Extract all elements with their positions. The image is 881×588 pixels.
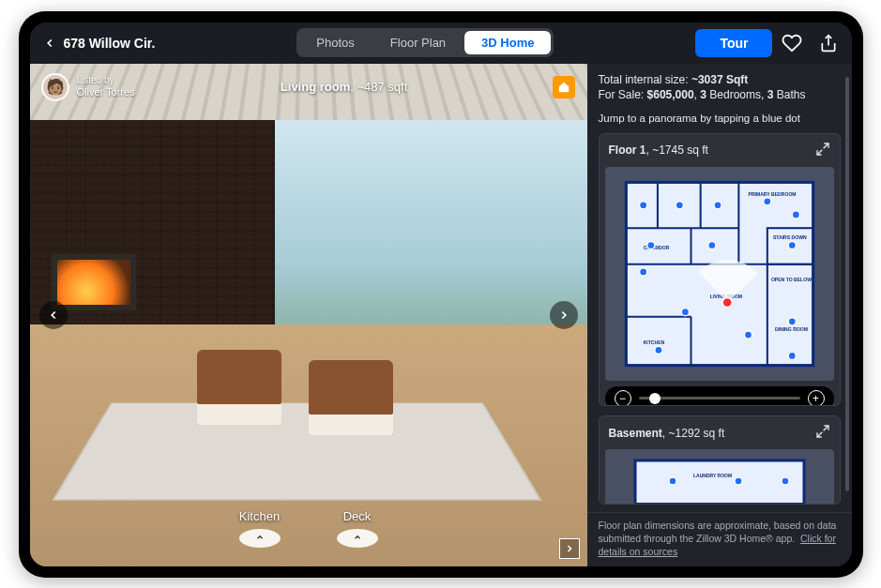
listed-by-label: Listed by [77, 75, 135, 86]
agent-name: Oliver Torres [77, 86, 135, 98]
chair-decor [197, 350, 281, 425]
address-label: 678 Willow Cir. [64, 36, 156, 51]
expand-icon [815, 424, 830, 439]
hotspot-kitchen[interactable]: Kitchen [239, 509, 281, 548]
tab-photos[interactable]: Photos [299, 31, 371, 54]
pano-next-button[interactable] [550, 301, 578, 329]
svg-point-27 [788, 241, 796, 249]
floor-plan-1[interactable]: PRIMARY BEDROOM LIVING ROOM KITCHEN DINI… [605, 167, 834, 381]
svg-point-24 [646, 241, 654, 249]
scrollbar[interactable] [845, 77, 849, 491]
top-bar: 678 Willow Cir. Photos Floor Plan 3D Hom… [30, 23, 852, 64]
expand-floor-button[interactable] [815, 142, 830, 159]
svg-point-43 [782, 477, 789, 485]
chevron-left-icon [43, 37, 56, 50]
expand-floor-button[interactable] [815, 424, 830, 442]
svg-text:OPEN TO BELOW: OPEN TO BELOW [770, 277, 811, 282]
heart-icon[interactable] [782, 33, 802, 53]
svg-point-41 [669, 477, 676, 485]
rug-decor [52, 403, 542, 501]
floor-card-1: Floor 1, ~1745 sq ft [599, 133, 841, 407]
svg-point-31 [654, 346, 661, 354]
svg-point-26 [639, 267, 646, 275]
chevron-right-boxed-icon [564, 543, 575, 554]
zoom-slider[interactable] [639, 397, 800, 400]
svg-text:PRIMARY BEDROOM: PRIMARY BEDROOM [748, 190, 796, 196]
share-icon[interactable] [819, 34, 838, 53]
pano-prev-button[interactable] [39, 301, 68, 329]
svg-point-19 [639, 201, 646, 208]
tour-button[interactable]: Tour [695, 29, 772, 57]
listing-summary: Total internal size: ~3037 Sqft For Sale… [599, 73, 841, 103]
chair-decor [309, 360, 393, 435]
floor-card-basement: Basement, ~1292 sq ft LAUNDR [599, 415, 841, 505]
back-button[interactable]: 678 Willow Cir. [43, 36, 156, 51]
svg-point-28 [722, 297, 732, 307]
svg-point-33 [788, 352, 796, 359]
chevron-up-icon [252, 533, 267, 542]
svg-point-30 [744, 331, 752, 339]
expand-icon [815, 142, 830, 157]
svg-point-32 [788, 317, 796, 324]
svg-text:LAUNDRY ROOM: LAUNDRY ROOM [693, 473, 732, 478]
view-segmented-control: Photos Floor Plan 3D Home [296, 28, 554, 57]
floor-title: Floor 1, ~1745 sq ft [609, 143, 708, 157]
zoom-in-button[interactable]: + [808, 390, 825, 407]
disclaimer: Floor plan dimensions are approximate, b… [587, 512, 852, 566]
svg-text:KITCHEN: KITCHEN [643, 339, 664, 345]
svg-point-23 [792, 210, 799, 218]
svg-point-21 [713, 201, 721, 208]
zoom-control: − + [605, 386, 834, 407]
svg-point-22 [763, 197, 770, 204]
svg-point-42 [735, 477, 742, 485]
fireplace-decor [52, 254, 136, 310]
hotspot-deck[interactable]: Deck [337, 509, 378, 548]
svg-point-29 [681, 308, 689, 315]
zoom-out-button[interactable]: − [615, 390, 631, 407]
svg-rect-34 [635, 460, 804, 505]
tab-3d-home[interactable]: 3D Home [464, 31, 551, 54]
tab-floor-plan[interactable]: Floor Plan [373, 31, 463, 54]
minimap-toggle[interactable] [559, 538, 580, 559]
svg-point-20 [676, 201, 683, 208]
avatar: 🧑🏽 [41, 73, 69, 101]
panorama-view[interactable]: 🧑🏽 Listed by Oliver Torres Living room, … [30, 64, 587, 566]
side-panel: Total internal size: ~3037 Sqft For Sale… [587, 64, 852, 566]
floor-plan-basement[interactable]: LAUNDRY ROOM CLOSET CLOSET [605, 449, 834, 505]
chevron-right-icon [557, 309, 570, 322]
zillow-badge-icon[interactable] [553, 76, 575, 98]
svg-text:STAIRS DOWN: STAIRS DOWN [772, 234, 806, 240]
listing-agent[interactable]: 🧑🏽 Listed by Oliver Torres [41, 73, 135, 101]
floor-title: Basement, ~1292 sq ft [609, 427, 725, 440]
current-room-label: Living room, ~487 sqft [281, 80, 407, 94]
svg-point-25 [707, 241, 715, 249]
panorama-hint: Jump to a panorama by tapping a blue dot [599, 113, 841, 124]
svg-text:DINING ROOM: DINING ROOM [774, 326, 807, 332]
chevron-left-icon [47, 309, 60, 322]
chevron-up-icon [350, 533, 365, 542]
